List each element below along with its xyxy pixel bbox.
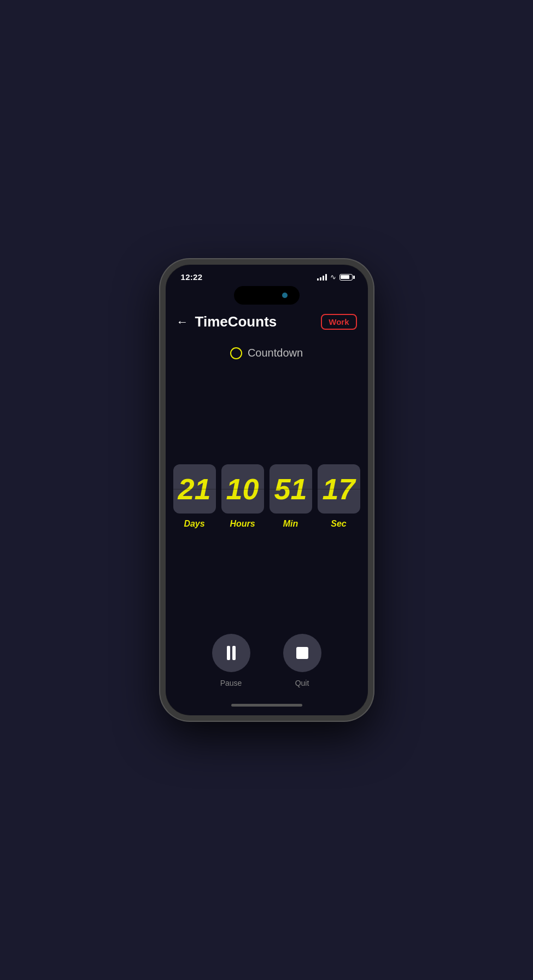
camera-dot: [282, 293, 288, 298]
pause-group: Pause: [212, 634, 250, 687]
days-card: 21: [173, 464, 216, 514]
hours-unit: Hours: [230, 519, 255, 529]
countdown-label: Countdown: [248, 347, 303, 359]
quit-group: Quit: [283, 634, 321, 687]
header: ← TimeCounts Work: [166, 313, 368, 341]
wifi-icon: ∿: [330, 273, 336, 281]
days-value: 21: [178, 474, 210, 504]
sec-value: 17: [322, 474, 355, 504]
screen: 12:22 ∿ ← TimeCounts Work: [166, 265, 368, 715]
back-button[interactable]: ←: [177, 315, 189, 329]
sec-unit: Sec: [331, 519, 346, 529]
status-time: 12:22: [181, 272, 203, 282]
home-indicator: [231, 704, 302, 707]
min-block: 51 Min: [270, 464, 312, 529]
countdown-label-row: Countdown: [166, 341, 368, 381]
work-badge[interactable]: Work: [321, 314, 356, 330]
stop-icon: [296, 647, 308, 659]
sec-card: 17: [318, 464, 360, 514]
signal-icon: [317, 274, 327, 281]
pause-button[interactable]: [212, 634, 250, 672]
hours-card: 10: [221, 464, 264, 514]
days-block: 21 Days: [173, 464, 216, 529]
countdown-circle-icon: [230, 347, 242, 359]
phone-frame: 12:22 ∿ ← TimeCounts Work: [160, 259, 373, 721]
controls: Pause Quit: [166, 612, 368, 698]
min-unit: Min: [283, 519, 298, 529]
min-card: 51: [270, 464, 312, 514]
pause-icon: [227, 646, 236, 660]
hours-value: 10: [226, 474, 259, 504]
hours-block: 10 Hours: [221, 464, 264, 529]
dynamic-island: [234, 286, 300, 305]
battery-icon: [339, 274, 353, 281]
min-value: 51: [274, 474, 307, 504]
days-unit: Days: [184, 519, 204, 529]
app-title: TimeCounts: [195, 313, 321, 330]
pause-label: Pause: [220, 679, 242, 687]
timer-blocks: 21 Days 10 Hours 51 Min: [173, 464, 360, 529]
sec-block: 17 Sec: [318, 464, 360, 529]
quit-button[interactable]: [283, 634, 321, 672]
status-bar: 12:22 ∿: [166, 265, 368, 286]
timer-area: 21 Days 10 Hours 51 Min: [166, 381, 368, 612]
quit-label: Quit: [295, 679, 309, 687]
status-icons: ∿: [317, 273, 353, 281]
